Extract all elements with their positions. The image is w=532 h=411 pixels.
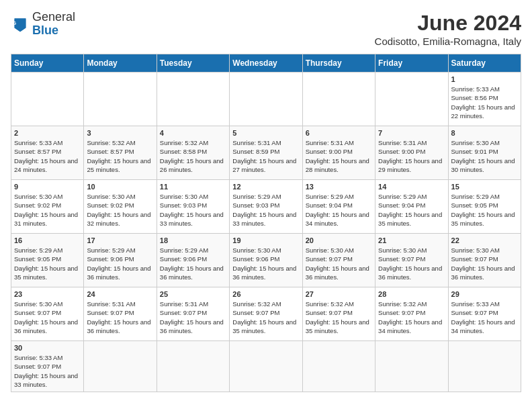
col-saturday: Saturday: [448, 54, 521, 73]
table-row: 12Sunrise: 5:29 AMSunset: 9:03 PMDayligh…: [230, 180, 302, 234]
table-row: [375, 73, 448, 126]
table-row: [230, 341, 302, 392]
svg-text:G: G: [13, 21, 17, 26]
table-row: [230, 73, 302, 126]
table-row: [11, 73, 84, 126]
table-row: 19Sunrise: 5:30 AMSunset: 9:06 PMDayligh…: [230, 234, 302, 287]
table-row: 1Sunrise: 5:33 AMSunset: 8:56 PMDaylight…: [448, 73, 521, 126]
logo-icon: G: [11, 15, 30, 34]
table-row: 30Sunrise: 5:33 AMSunset: 9:07 PMDayligh…: [11, 341, 84, 392]
col-wednesday: Wednesday: [230, 54, 302, 73]
table-row: 5Sunrise: 5:31 AMSunset: 8:59 PMDaylight…: [230, 126, 302, 180]
location-title: Codisotto, Emilia-Romagna, Italy: [375, 36, 521, 47]
table-row: [448, 341, 521, 392]
table-row: 16Sunrise: 5:29 AMSunset: 9:05 PMDayligh…: [11, 234, 84, 287]
table-row: [302, 341, 375, 392]
col-tuesday: Tuesday: [157, 54, 229, 73]
table-row: 15Sunrise: 5:29 AMSunset: 9:05 PMDayligh…: [448, 180, 521, 234]
table-row: 22Sunrise: 5:30 AMSunset: 9:07 PMDayligh…: [448, 234, 521, 287]
col-friday: Friday: [375, 54, 448, 73]
logo-text: General Blue: [32, 11, 75, 38]
table-row: 26Sunrise: 5:32 AMSunset: 9:07 PMDayligh…: [230, 287, 302, 341]
table-row: 4Sunrise: 5:32 AMSunset: 8:58 PMDaylight…: [157, 126, 229, 180]
page-header: G General Blue June 2024 Codisotto, Emil…: [11, 11, 521, 47]
table-row: 23Sunrise: 5:30 AMSunset: 9:07 PMDayligh…: [11, 287, 84, 341]
table-row: 24Sunrise: 5:31 AMSunset: 9:07 PMDayligh…: [84, 287, 157, 341]
table-row: 7Sunrise: 5:31 AMSunset: 9:00 PMDaylight…: [375, 126, 448, 180]
table-row: 29Sunrise: 5:33 AMSunset: 9:07 PMDayligh…: [448, 287, 521, 341]
col-sunday: Sunday: [11, 54, 84, 73]
table-row: 3Sunrise: 5:32 AMSunset: 8:57 PMDaylight…: [84, 126, 157, 180]
month-title: June 2024: [375, 11, 521, 36]
table-row: 13Sunrise: 5:29 AMSunset: 9:04 PMDayligh…: [302, 180, 375, 234]
table-row: 2Sunrise: 5:33 AMSunset: 8:57 PMDaylight…: [11, 126, 84, 180]
table-row: [84, 73, 157, 126]
table-row: 8Sunrise: 5:30 AMSunset: 9:01 PMDaylight…: [448, 126, 521, 180]
title-section: June 2024 Codisotto, Emilia-Romagna, Ita…: [375, 11, 521, 47]
col-monday: Monday: [84, 54, 157, 73]
table-row: 27Sunrise: 5:32 AMSunset: 9:07 PMDayligh…: [302, 287, 375, 341]
table-row: [375, 341, 448, 392]
table-row: [157, 73, 229, 126]
table-row: 17Sunrise: 5:29 AMSunset: 9:06 PMDayligh…: [84, 234, 157, 287]
table-row: 9Sunrise: 5:30 AMSunset: 9:02 PMDaylight…: [11, 180, 84, 234]
table-row: [302, 73, 375, 126]
table-row: [84, 341, 157, 392]
table-row: 14Sunrise: 5:29 AMSunset: 9:04 PMDayligh…: [375, 180, 448, 234]
table-row: 6Sunrise: 5:31 AMSunset: 9:00 PMDaylight…: [302, 126, 375, 180]
table-row: 21Sunrise: 5:30 AMSunset: 9:07 PMDayligh…: [375, 234, 448, 287]
table-row: [157, 341, 229, 392]
table-row: 11Sunrise: 5:30 AMSunset: 9:03 PMDayligh…: [157, 180, 229, 234]
table-row: 28Sunrise: 5:32 AMSunset: 9:07 PMDayligh…: [375, 287, 448, 341]
table-row: 20Sunrise: 5:30 AMSunset: 9:07 PMDayligh…: [302, 234, 375, 287]
logo: G General Blue: [11, 11, 75, 38]
table-row: 25Sunrise: 5:31 AMSunset: 9:07 PMDayligh…: [157, 287, 229, 341]
calendar-table: Sunday Monday Tuesday Wednesday Thursday…: [11, 54, 521, 392]
col-thursday: Thursday: [302, 54, 375, 73]
table-row: 10Sunrise: 5:30 AMSunset: 9:02 PMDayligh…: [84, 180, 157, 234]
calendar-header-row: Sunday Monday Tuesday Wednesday Thursday…: [11, 54, 521, 73]
table-row: 18Sunrise: 5:29 AMSunset: 9:06 PMDayligh…: [157, 234, 229, 287]
